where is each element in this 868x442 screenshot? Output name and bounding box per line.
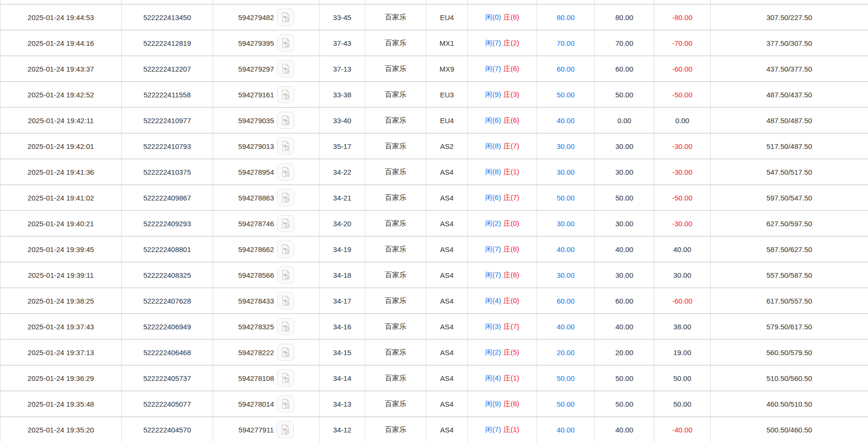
table-row: 2025-01-24 19:36:29 522222405737 5942781… — [0, 366, 868, 391]
video-replay-button[interactable] — [277, 112, 294, 129]
round-no-text: 594278014 — [238, 400, 274, 408]
video-replay-button[interactable] — [277, 189, 294, 206]
game-name-cell: 百家乐 — [365, 211, 426, 236]
order-no-cell: 522222408801 — [122, 237, 213, 262]
win-loss-cell: 50.00 — [654, 366, 711, 390]
bet-amount-link[interactable]: 40.00 — [557, 245, 575, 253]
table-row: 2025-01-24 19:42:11 522222410977 5942790… — [0, 108, 868, 134]
balance-cell: 560.50/579.50 — [711, 340, 868, 365]
bet-amount-link[interactable]: 40.00 — [557, 323, 575, 331]
bet-amount-link[interactable]: 30.00 — [557, 271, 575, 279]
bet-amount-link[interactable]: 30.00 — [557, 168, 575, 176]
table-code-cell: AS4 — [426, 314, 468, 339]
bet-time-cell: 2025-01-24 19:41:02 — [0, 185, 122, 210]
game-result-cell: 闲(2) 庄(5) — [468, 340, 537, 365]
balance-cell: 547.50/517.50 — [711, 159, 868, 184]
round-no-text: 594278108 — [238, 374, 274, 382]
game-result-cell: 闲(4) 庄(1) — [468, 366, 537, 390]
video-replay-button[interactable] — [277, 215, 294, 232]
player-result: 闲(8) — [485, 168, 501, 177]
bet-amount-link[interactable]: 20.00 — [557, 348, 575, 357]
player-result: 闲(4) — [485, 296, 501, 305]
video-replay-button[interactable] — [277, 86, 294, 103]
video-replay-button[interactable] — [277, 60, 294, 77]
order-no-cell: 522222405737 — [122, 366, 213, 390]
balance-cell: 500.50/460.50 — [711, 417, 868, 442]
player-result: 闲(2) — [485, 219, 501, 228]
video-file-icon — [280, 295, 291, 306]
bet-amount-link[interactable]: 40.00 — [557, 426, 575, 434]
bet-time-cell: 2025-01-24 19:35:20 — [0, 417, 122, 442]
valid-amount-cell: 30.00 — [595, 211, 654, 236]
game-result-cell: 闲(7) 庄(1) — [468, 417, 537, 442]
table-round-cell: 34-19 — [320, 237, 365, 262]
bet-time-cell: 2025-01-24 19:35:48 — [0, 391, 122, 416]
game-name-cell: 百家乐 — [365, 82, 426, 107]
win-loss-cell: 30.00 — [654, 263, 711, 287]
table-code-cell: AS4 — [426, 159, 468, 184]
bet-amount-link[interactable]: 30.00 — [557, 142, 575, 150]
video-replay-button[interactable] — [277, 395, 294, 412]
table-round-cell: 34-22 — [320, 159, 365, 184]
game-result-cell: 闲(8) 庄(1) — [468, 159, 537, 184]
bet-amount-cell: 80.00 — [537, 5, 595, 30]
round-no-cell: 594278433 — [213, 288, 320, 313]
bet-amount-link[interactable]: 50.00 — [557, 374, 575, 382]
valid-amount-cell: 40.00 — [595, 237, 654, 262]
video-replay-button[interactable] — [277, 318, 294, 335]
table-code-cell: AS4 — [426, 185, 468, 210]
video-replay-button[interactable] — [277, 266, 294, 284]
player-result: 闲(8) — [485, 142, 501, 151]
banker-result: 庄(6) — [504, 245, 519, 254]
video-file-icon — [280, 192, 291, 203]
video-replay-button[interactable] — [277, 9, 294, 26]
banker-result: 庄(1) — [504, 168, 519, 177]
video-replay-button[interactable] — [277, 241, 294, 258]
valid-amount-cell: 20.00 — [595, 340, 654, 365]
table-row: 2025-01-24 19:44:53 522222413450 5942794… — [0, 5, 868, 31]
bet-amount-link[interactable]: 50.00 — [557, 400, 575, 408]
banker-result: 庄(7) — [504, 322, 519, 331]
bet-amount-link[interactable]: 50.00 — [557, 194, 575, 202]
player-result: 闲(6) — [485, 193, 501, 202]
bet-amount-link[interactable]: 40.00 — [557, 116, 575, 125]
video-replay-button[interactable] — [277, 137, 294, 155]
table-row: 2025-01-24 19:41:36 522222410375 5942789… — [0, 159, 868, 185]
bet-amount-link[interactable]: 60.00 — [557, 297, 575, 305]
bet-time-cell: 2025-01-24 19:42:11 — [0, 108, 122, 133]
table-round-cell: 34-18 — [320, 263, 365, 287]
bet-amount-link[interactable]: 50.00 — [557, 91, 575, 99]
table-round-cell — [320, 0, 365, 4]
bet-time-cell: 2025-01-24 19:37:43 — [0, 314, 122, 339]
banker-result: 庄(1) — [504, 374, 519, 383]
table-code-cell — [426, 0, 468, 4]
round-no-text: 594278433 — [238, 297, 274, 305]
round-no-text: 594279297 — [238, 65, 274, 73]
bet-amount-link[interactable]: 70.00 — [557, 39, 575, 47]
table-row: 2025-01-24 19:43:37 522222412207 5942792… — [0, 56, 868, 82]
video-file-icon — [280, 347, 291, 358]
video-replay-button[interactable] — [277, 344, 294, 361]
game-result-cell: 闲(7) 庄(6) — [468, 263, 537, 287]
balance-cell: 597.50/547.50 — [711, 185, 868, 210]
round-no-text: 594278222 — [238, 348, 274, 357]
table-code-cell: AS4 — [426, 340, 468, 365]
video-replay-button[interactable] — [277, 163, 294, 180]
round-no-cell: 594278108 — [213, 366, 320, 390]
video-replay-button[interactable] — [277, 34, 294, 52]
bet-amount-link[interactable]: 80.00 — [557, 13, 575, 21]
table-round-cell: 34-14 — [320, 366, 365, 390]
bet-amount-link[interactable]: 60.00 — [557, 65, 575, 73]
video-file-icon — [280, 321, 291, 332]
win-loss-cell: 38.00 — [654, 314, 711, 339]
bet-amount-link[interactable]: 30.00 — [557, 220, 575, 228]
table-code-cell: AS4 — [426, 237, 468, 262]
game-name-cell: 百家乐 — [365, 314, 426, 339]
order-no-cell: 522222411558 — [122, 82, 213, 107]
video-replay-button[interactable] — [277, 292, 294, 309]
order-no-cell: 522222410793 — [122, 134, 213, 158]
video-replay-button[interactable] — [277, 421, 294, 438]
game-name-cell: 百家乐 — [365, 263, 426, 287]
video-file-icon — [280, 270, 291, 280]
video-replay-button[interactable] — [277, 369, 294, 387]
